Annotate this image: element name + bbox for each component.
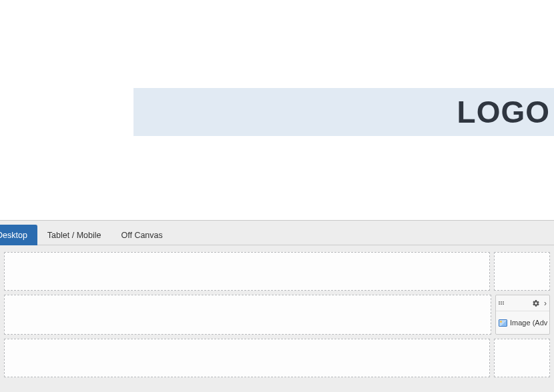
image-icon — [499, 319, 507, 327]
dropzone-bottom-left[interactable] — [4, 339, 490, 377]
element-header: › — [496, 295, 549, 311]
gear-icon[interactable] — [532, 299, 540, 307]
drag-handle-icon[interactable] — [499, 301, 504, 305]
dropzone-main-right[interactable]: › Image (Adv — [495, 295, 550, 335]
logo-text: LOGO — [457, 94, 550, 130]
tab-tablet-mobile[interactable]: Tablet / Mobile — [37, 225, 111, 245]
device-tabs: Desktop Tablet / Mobile Off Canvas — [0, 221, 554, 245]
dropzone-top-right[interactable] — [494, 252, 550, 291]
header-row-top — [0, 252, 554, 291]
dropzone-bottom-right[interactable] — [494, 339, 550, 377]
header-row-bottom — [0, 339, 554, 377]
app-root: LOGO Desktop Tablet / Mobile Off Canvas — [0, 0, 554, 392]
dropzone-top-left[interactable] — [4, 252, 490, 291]
layout-rows: › Image (Adv — [0, 245, 554, 377]
element-image-advanced[interactable]: › Image (Adv — [495, 295, 550, 335]
chevron-right-icon[interactable]: › — [543, 299, 547, 307]
tab-off-canvas[interactable]: Off Canvas — [111, 225, 172, 245]
tab-desktop[interactable]: Desktop — [0, 225, 37, 245]
logo-banner: LOGO — [133, 88, 554, 136]
element-body: Image (Adv — [496, 311, 549, 334]
element-label: Image (Adv — [510, 319, 547, 327]
element-actions: › — [532, 299, 547, 307]
header-row-main: › Image (Adv — [0, 295, 554, 335]
dropzone-main-left[interactable] — [4, 295, 491, 335]
header-preview: LOGO — [0, 0, 554, 220]
header-builder: Desktop Tablet / Mobile Off Canvas — [0, 220, 554, 392]
